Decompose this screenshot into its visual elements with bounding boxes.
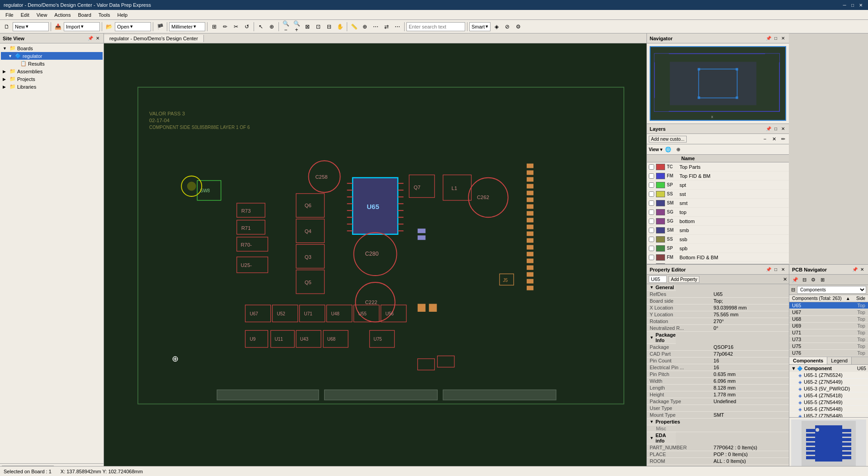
layers-view-globe[interactable]: 🌐: [664, 145, 672, 153]
pcbnav-expand-icon[interactable]: ⊞: [818, 276, 826, 284]
navigator-canvas[interactable]: x: [650, 46, 786, 121]
pcbnav-settings-icon[interactable]: ⚙: [809, 276, 817, 284]
pcbnav-pin-icon[interactable]: 📌: [791, 276, 799, 284]
pcb-nav-item-u75[interactable]: U75 Top: [789, 343, 868, 350]
prop-section-pkginfo[interactable]: ▼ Package Info: [647, 332, 789, 344]
comp-pin-u65-6[interactable]: ◈ U65-6 (Z7N5448): [789, 406, 868, 413]
tb-flag-btn[interactable]: 🏴: [155, 22, 165, 32]
comp-tree-header[interactable]: ▼ 🔷 Component U65: [789, 365, 868, 372]
tb-cut-btn[interactable]: ✂: [231, 22, 241, 32]
layer-x-btn[interactable]: ✕: [770, 135, 778, 143]
prop-editor-maximize[interactable]: □: [773, 267, 779, 273]
layers-maximize[interactable]: □: [773, 126, 779, 132]
site-view-pin[interactable]: 📌: [87, 35, 94, 42]
layer-check-sst[interactable]: [649, 191, 654, 197]
menu-help[interactable]: Help: [113, 11, 131, 19]
prop-editor-close[interactable]: ✕: [780, 267, 786, 273]
layers-pin[interactable]: 📌: [765, 126, 772, 132]
pcb-nav-item-u73[interactable]: U73 Top: [789, 336, 868, 343]
tb-snap-btn[interactable]: ⋯: [371, 22, 381, 32]
tb-refresh-btn[interactable]: ↺: [242, 22, 252, 32]
layer-check-smt[interactable]: [649, 200, 654, 206]
pcb-nav-collapse[interactable]: ▲: [846, 296, 850, 301]
tb-zoom-sel-btn[interactable]: ⊟: [324, 22, 334, 32]
layer-check-smb[interactable]: [649, 228, 654, 233]
tb-smart-btn2[interactable]: ⊘: [502, 22, 512, 32]
tb-zoom-area-btn[interactable]: ⊡: [313, 22, 323, 32]
new-button[interactable]: 🗋: [2, 22, 12, 32]
comp-pin-u65-5[interactable]: ◈ U65-5 (Z7N5449): [789, 399, 868, 406]
tb-flip-btn[interactable]: ⇄: [382, 22, 392, 32]
comp-pin-u65-7[interactable]: ◈ U65-7 (Z7N5448): [789, 413, 868, 417]
close-button[interactable]: ✕: [857, 1, 864, 9]
layer-check-ssb[interactable]: [649, 237, 654, 242]
pcb-nav-item-u67[interactable]: U67 Top: [789, 309, 868, 316]
nav-maximize[interactable]: □: [773, 35, 779, 42]
tb-cursor-btn[interactable]: ↖: [256, 22, 266, 32]
menu-edit[interactable]: Edit: [17, 11, 33, 19]
prop-editor-pin[interactable]: 📌: [765, 267, 772, 273]
tree-item-regulator[interactable]: ▼ 🔷 regulator: [1, 52, 103, 60]
minimize-button[interactable]: ─: [841, 1, 848, 9]
tree-expand-regulator[interactable]: ▼: [8, 54, 14, 58]
tb-zoom-in-btn[interactable]: 🔍+: [292, 22, 302, 32]
tb-meas-btn[interactable]: 📏: [349, 22, 359, 32]
search-input[interactable]: [406, 22, 465, 31]
tab-components[interactable]: Components: [789, 357, 827, 364]
pcb-nav-pin[interactable]: 📌: [852, 267, 858, 273]
layers-view-plus[interactable]: ⊕: [674, 145, 682, 153]
maximize-button[interactable]: □: [849, 1, 856, 9]
layers-close[interactable]: ✕: [780, 126, 786, 132]
site-view-close[interactable]: ✕: [94, 35, 101, 42]
prop-id-close[interactable]: ✕: [783, 276, 787, 282]
tb-smart-btn1[interactable]: ◈: [491, 22, 501, 32]
tb-multi-btn[interactable]: ⊕: [267, 22, 277, 32]
layer-edit-btn[interactable]: ✏: [779, 135, 787, 143]
pcb-nav-item-u65[interactable]: U65 Top: [789, 302, 868, 309]
menu-actions[interactable]: Actions: [51, 11, 74, 19]
pcb-nav-item-u76[interactable]: U76 Top: [789, 350, 868, 357]
tb-grid-btn[interactable]: ⊞: [209, 22, 219, 32]
prop-add-property-btn[interactable]: Add Property: [669, 276, 699, 283]
smart-dropdown[interactable]: Smart ▾: [469, 22, 491, 31]
layer-add-custom-btn[interactable]: Add new custo...: [649, 136, 687, 143]
layer-check-fm[interactable]: [649, 173, 654, 179]
comp-pin-u65-3[interactable]: ◈ U65-3 (5V_PWRGD): [789, 386, 868, 392]
tab-legend[interactable]: Legend: [827, 357, 852, 364]
open-button[interactable]: 📂: [104, 22, 114, 32]
import-dropdown[interactable]: Import ▾: [64, 22, 100, 31]
pcb-nav-item-u68[interactable]: U68 Top: [789, 316, 868, 323]
tree-item-results[interactable]: 📋 Results: [1, 60, 103, 67]
nav-pin[interactable]: 📌: [765, 35, 772, 42]
tree-item-assemblies[interactable]: ▶ 📁 Assemblies: [1, 67, 103, 75]
tb-settings-btn[interactable]: ⚙: [513, 22, 523, 32]
menu-tools[interactable]: Tools: [95, 11, 114, 19]
pcbnav-filter-icon[interactable]: ⊟: [800, 276, 808, 284]
prop-section-eda[interactable]: ▼ EDA info: [647, 432, 789, 445]
tree-item-libraries[interactable]: ▶ 📁 Libraries: [1, 83, 103, 90]
prop-section-properties[interactable]: ▼ Properties: [647, 419, 789, 426]
board-tab-regulator[interactable]: regulator - Demo/Demo's Design Center: [104, 35, 204, 42]
unit-dropdown[interactable]: Millimeter ▾: [169, 22, 205, 31]
import-button[interactable]: 📥: [53, 22, 63, 32]
comp-pin-u65-1[interactable]: ◈ U65-1 (Z7N5524): [789, 372, 868, 379]
tree-item-boards[interactable]: ▼ 📁 Boards: [1, 44, 103, 52]
menu-view[interactable]: View: [33, 11, 51, 19]
tb-more-btn[interactable]: ⋯: [392, 22, 402, 32]
canvas-area[interactable]: VALOR PASS 3 02-17-04 COMPONENT SIDE S0L…: [104, 43, 646, 476]
menu-board[interactable]: Board: [74, 11, 94, 19]
tree-expand-assemblies[interactable]: ▶: [3, 69, 8, 74]
pcb-filter-select[interactable]: Components: [797, 286, 866, 294]
layer-minus-btn[interactable]: −: [761, 135, 769, 143]
pcb-nav-close[interactable]: ✕: [859, 267, 865, 273]
new-dropdown[interactable]: New ▾: [13, 22, 49, 31]
layer-check-sg-top[interactable]: [649, 209, 654, 215]
tb-zoom-fit-btn[interactable]: ⊠: [302, 22, 312, 32]
layer-check-bc[interactable]: [649, 264, 654, 264]
tree-item-projects[interactable]: ▶ 📁 Projects: [1, 75, 103, 83]
pcb-nav-item-u69[interactable]: U69 Top: [789, 323, 868, 329]
pcb-nav-item-u71[interactable]: U71 Top: [789, 329, 868, 336]
comp-pin-u65-2[interactable]: ◈ U65-2 (Z7N5449): [789, 379, 868, 386]
comp-pin-u65-4[interactable]: ◈ U65-4 (Z7N5418): [789, 392, 868, 399]
tb-cross-btn[interactable]: ⊕: [360, 22, 370, 32]
